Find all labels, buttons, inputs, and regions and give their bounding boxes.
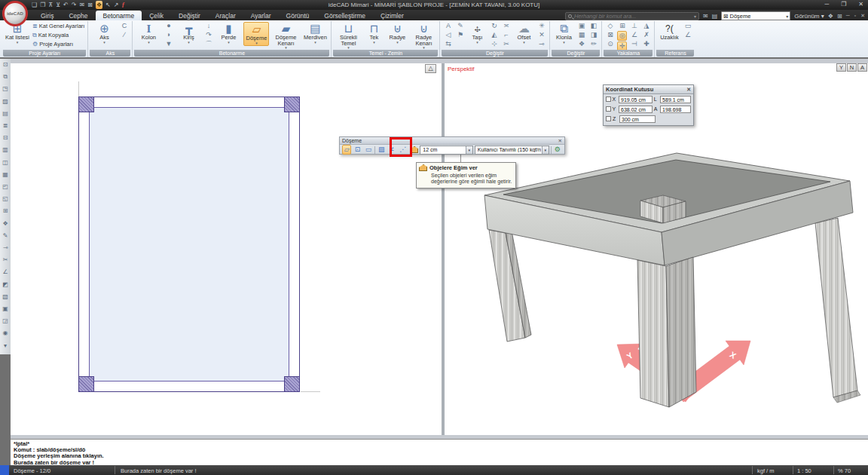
slab-outline[interactable] [78,97,300,392]
text-tool-icon[interactable]: A [443,22,453,30]
snap-near-icon[interactable]: ⊣ [629,40,639,48]
status-unit[interactable]: kgf / m [757,467,775,474]
active-object-combo[interactable]: ⊠ Döşeme ▾ [721,11,790,20]
lt-view-icon[interactable]: ◱ [2,193,8,205]
kolon-funnel-icon[interactable]: ▼ [164,40,173,48]
tab-cizimler[interactable]: Çizimler [373,11,411,20]
lt-copy-icon[interactable]: ⧉ [3,71,8,83]
snap-mid-icon[interactable]: ⊞ [617,22,627,30]
load-caret-icon[interactable]: ▾ [542,146,549,154]
radye-button[interactable]: ⊎ Radye▾ [386,22,408,44]
lt-column-icon[interactable]: ▥ [2,144,8,156]
thickness-combo[interactable]: 12 cm ▾ [420,146,472,155]
snap-end-icon[interactable]: ◎ [617,31,627,41]
trim-icon[interactable]: ✂ [501,40,511,48]
snap-node-icon[interactable]: ⊙ [605,40,615,48]
erase-icon[interactable]: ✏ [588,40,598,48]
node-tool-icon[interactable]: ◁ [443,31,453,39]
tasi-button[interactable]: ↔↕ Taşı▾ [467,22,487,44]
rotate-icon[interactable]: ↻ [489,22,499,30]
command-panel[interactable]: *Iptal* Komut : slab/döşeme/sl/dö Döşeme… [11,439,868,465]
lt-layers-icon[interactable]: ▤ [2,108,8,120]
view-menu[interactable]: Görünüm ▾ [794,13,824,20]
kiris-button[interactable]: ┳ Kiriş▾ [176,22,201,44]
y-coordinate-field[interactable]: 638.02 cm [619,106,653,113]
settings-icon[interactable]: ❖ [828,13,833,20]
minimize-button[interactable]: ─ [824,0,829,9]
slab-edge-icon[interactable]: ▭ [364,146,373,154]
doseme-floating-toolbar[interactable]: Döşeme ✕ ▱ ⊡ ▭ ▨ ≠ ⋰ 12 cm ▾ Kullanıcı T… [339,136,565,155]
swap-tool-icon[interactable]: ⇆ [443,40,453,48]
child-close-icon[interactable]: ✕ [860,13,865,19]
snap-free-icon[interactable]: ◇ [605,22,615,30]
z-coordinate-field[interactable]: 300 cm [619,115,656,123]
kiris-curve-icon[interactable]: ⌒ [203,40,213,48]
kolon-circle-icon[interactable]: ● [164,22,173,30]
settings-gear-icon[interactable]: ⚙ [553,146,562,154]
uzaklik-button[interactable]: ?( Uzaklık [658,22,680,41]
chat-icon[interactable]: ✉ [703,13,708,20]
coordinate-box-close-icon[interactable]: ✕ [686,87,691,93]
pipette-icon[interactable]: ✎ [455,22,465,30]
ofset-button[interactable]: ☁ Ofset▾ [513,22,534,44]
close-button[interactable]: ✕ [858,0,863,9]
y-lock-checkbox[interactable] [606,106,611,112]
coordinate-box[interactable]: Koordinat Kutusu ✕ X 919.05 cm L 589.1 c… [603,84,694,126]
tab-cephe[interactable]: Cephe [61,11,95,20]
tab-goruntu[interactable]: Görüntü [279,11,317,20]
array-icon[interactable]: ▦ [576,31,586,39]
x-lock-checkbox[interactable] [606,97,611,102]
lt-dup-icon[interactable]: ◫ [2,157,8,169]
surekli-temel-button[interactable]: ⊔ Sürekli Temel▾ [335,22,362,50]
radye-kenari-button[interactable]: ⊍ Radye Kenarı▾ [411,22,436,50]
kolon-poly-icon[interactable]: ◗ [164,31,173,39]
match-icon[interactable]: ◧ [588,22,598,30]
slab-image-icon[interactable]: ▨ [377,146,386,154]
search-input[interactable] [572,13,694,20]
column-top-left[interactable] [78,97,94,112]
child-minimize-icon[interactable]: ─ [846,13,850,19]
column-bottom-left[interactable] [78,376,94,392]
thickness-caret-icon[interactable]: ▾ [466,146,472,154]
library-icon[interactable]: ▤ [712,13,718,20]
doseme-kenari-button[interactable]: ▰ Döşeme Kenarı▾ [271,22,300,50]
column-bottom-right[interactable] [284,376,300,392]
snap-ortho-icon[interactable]: ✗ [641,31,651,39]
delete-icon[interactable]: ✕ [536,31,546,39]
lt-find-icon[interactable]: ◉ [3,327,8,339]
lt-angle-icon[interactable]: ∠ [2,266,8,278]
aks-arc-icon[interactable]: C [119,22,129,30]
kiris-n-icon[interactable]: ↓ [203,22,213,30]
snap-track-icon[interactable]: ✚ [641,40,651,48]
lt-text-icon[interactable]: ▣ [2,303,8,315]
lt-lib-icon[interactable]: ▦ [2,169,8,181]
angle-icon[interactable]: ∠ [683,31,692,39]
lt-cut-icon[interactable]: ✂ [3,254,8,266]
merdiven-button[interactable]: ▤ Merdiven▾ [302,22,328,44]
command-search[interactable]: ▾ [565,12,699,20]
angle-field[interactable]: 198.698 [660,106,691,113]
tab-degistir[interactable]: Değiştir [171,11,208,20]
measure-icon[interactable]: ⊸ [536,40,546,48]
slab-fill[interactable] [89,107,289,382]
layout-icon[interactable]: ⊞ [837,13,842,20]
lt-draw-icon[interactable]: ✎ [3,230,8,242]
lt-ref-icon[interactable]: ◩ [2,279,8,291]
tab-celik[interactable]: Çelik [142,11,171,20]
snap-angle-icon[interactable]: ◮ [641,22,651,30]
lt-list-icon[interactable]: ≣ [3,120,8,132]
x-coordinate-field[interactable]: 919.05 cm [619,96,653,103]
tab-giris[interactable]: Giriş [33,11,61,20]
status-scale[interactable]: 1 : 50 [797,467,811,474]
floating-toolbar-close-icon[interactable]: ✕ [558,138,562,144]
stretch-icon[interactable]: ≍ [501,22,511,30]
lt-more-icon[interactable]: ▾ [4,340,7,352]
tab-betonarme[interactable]: Betonarme [96,11,142,20]
kat-genel-ayarlari-button[interactable]: ≣ Kat Genel Ayarları [32,22,84,30]
fillet-icon[interactable]: ⌐ [501,31,511,39]
snap-perp-icon[interactable]: ⊥ [629,22,639,30]
ruler-icon[interactable]: ▭ [683,22,692,30]
flag-icon[interactable]: ⚑ [455,31,465,39]
lt-grid-icon[interactable]: ⊞ [3,205,8,217]
snap-grid-icon[interactable]: ⊠ [605,31,615,39]
